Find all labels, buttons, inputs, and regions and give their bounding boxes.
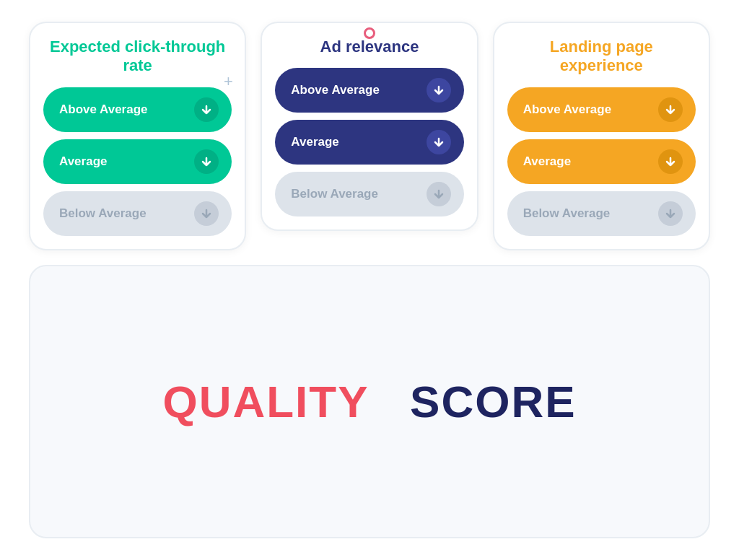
relevance-below-average-btn[interactable]: Below Average bbox=[275, 172, 463, 216]
ctr-above-average-btn[interactable]: Above Average bbox=[43, 87, 232, 132]
ctr-above-average-label: Above Average bbox=[59, 102, 148, 117]
ctr-average-arrow bbox=[194, 149, 219, 174]
ctr-below-average-label: Below Average bbox=[59, 206, 147, 221]
landing-card: Landing page experience Above Average Av… bbox=[493, 22, 710, 250]
quality-score-text: QUALITY SCORE bbox=[162, 376, 576, 427]
deco-circle bbox=[364, 27, 375, 39]
quality-word: QUALITY bbox=[162, 377, 368, 426]
quality-score-section: QUALITY SCORE bbox=[29, 265, 710, 538]
relevance-below-average-label: Below Average bbox=[291, 187, 378, 201]
ctr-title: Expected click-through rate bbox=[43, 38, 232, 76]
landing-below-average-label: Below Average bbox=[523, 206, 611, 221]
deco-plus-top: + bbox=[224, 72, 233, 91]
relevance-card: Ad relevance Above Average Average Below… bbox=[261, 22, 478, 231]
relevance-above-average-label: Above Average bbox=[291, 83, 380, 97]
relevance-above-average-btn[interactable]: Above Average bbox=[275, 68, 463, 113]
relevance-average-btn[interactable]: Average bbox=[275, 120, 463, 165]
ctr-average-label: Average bbox=[59, 154, 107, 169]
landing-above-average-label: Above Average bbox=[523, 102, 612, 117]
landing-above-average-btn[interactable]: Above Average bbox=[507, 87, 696, 132]
ctr-card: Expected click-through rate Above Averag… bbox=[29, 22, 246, 250]
ctr-average-btn[interactable]: Average bbox=[43, 139, 232, 184]
landing-below-average-btn[interactable]: Below Average bbox=[507, 191, 696, 236]
main-container: + + + Expected click-through rate Above … bbox=[0, 0, 739, 560]
relevance-below-average-arrow bbox=[427, 182, 451, 206]
landing-title: Landing page experience bbox=[507, 38, 696, 76]
relevance-above-average-arrow bbox=[427, 78, 451, 102]
landing-average-arrow bbox=[658, 149, 683, 174]
relevance-title: Ad relevance bbox=[275, 38, 463, 56]
score-word: SCORE bbox=[410, 377, 576, 426]
landing-average-btn[interactable]: Average bbox=[507, 139, 696, 184]
ctr-above-average-arrow bbox=[194, 97, 219, 122]
landing-average-label: Average bbox=[523, 154, 571, 169]
relevance-average-label: Average bbox=[291, 135, 338, 149]
landing-above-average-arrow bbox=[658, 97, 683, 122]
relevance-average-arrow bbox=[427, 130, 451, 154]
ctr-below-average-btn[interactable]: Below Average bbox=[43, 191, 232, 236]
top-section: Expected click-through rate Above Averag… bbox=[29, 22, 710, 250]
ctr-below-average-arrow bbox=[194, 201, 219, 226]
landing-below-average-arrow bbox=[658, 201, 683, 226]
